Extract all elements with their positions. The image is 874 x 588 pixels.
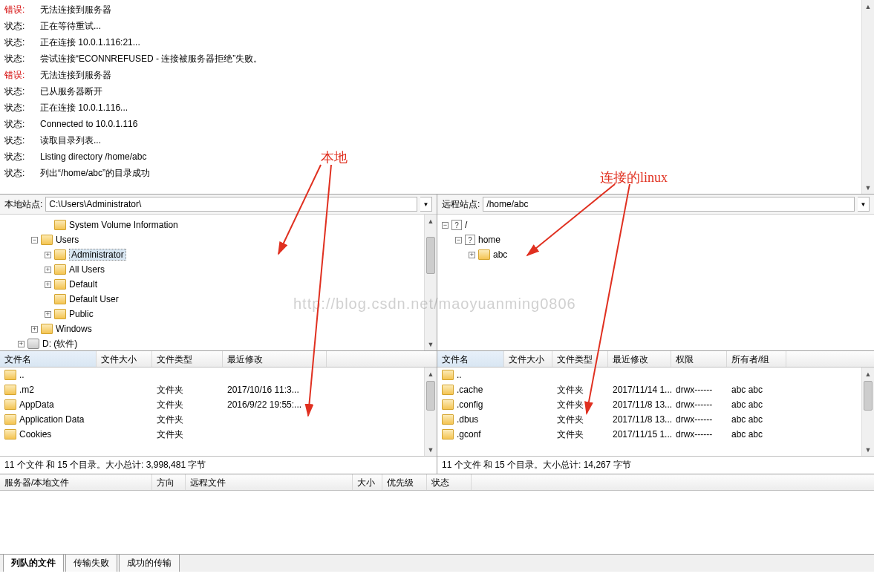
tree-label[interactable]: Users [56, 235, 79, 245]
tree-label[interactable]: Default [69, 279, 97, 290]
file-row[interactable]: Cookies文件夹 [0, 427, 437, 442]
column-header[interactable]: 最近修改 [223, 351, 327, 367]
file-name-cell[interactable]: Application Data [0, 413, 97, 426]
bottom-tab[interactable]: 成功的传输 [119, 554, 180, 572]
tree-node[interactable]: −?home [442, 232, 870, 247]
tree-node[interactable]: −?/ [442, 218, 870, 232]
file-name-cell[interactable]: .. [0, 368, 97, 382]
file-row[interactable]: .config文件夹2017/11/8 13...drwx------abc a… [437, 397, 874, 412]
remote-file-body[interactable]: ...cache文件夹2017/11/14 1...drwx------abc … [437, 368, 874, 456]
column-header[interactable]: 文件大小 [97, 351, 152, 367]
tree-expander-icon[interactable]: + [469, 252, 475, 258]
scroll-down-icon[interactable]: ▼ [862, 181, 874, 194]
column-header[interactable]: 文件大小 [504, 351, 552, 367]
tree-label[interactable]: / [465, 220, 467, 230]
queue-column-header[interactable]: 服务器/本地文件 [0, 474, 152, 490]
queue-header[interactable]: 服务器/本地文件方向远程文件大小优先级状态 [0, 474, 874, 491]
local-tree[interactable]: System Volume Information−Users+Administ… [0, 215, 437, 351]
scroll-down-icon[interactable]: ▼ [425, 338, 437, 350]
tree-node[interactable]: +Windows [4, 321, 432, 336]
local-path-dropdown[interactable]: ▼ [420, 197, 432, 212]
file-name-cell[interactable]: .cache [437, 383, 504, 396]
bottom-tab[interactable]: 传输失败 [65, 554, 117, 572]
queue-column-header[interactable]: 优先级 [382, 474, 427, 490]
scroll-down-icon[interactable]: ▼ [425, 443, 437, 456]
file-row[interactable]: .m2文件夹2017/10/16 11:3... [0, 382, 437, 397]
file-name-cell[interactable]: .. [437, 368, 504, 382]
log-scrollbar[interactable]: ▲ ▼ [861, 0, 874, 194]
scroll-thumb[interactable] [426, 237, 435, 274]
column-header[interactable]: 文件名 [0, 351, 97, 367]
tree-node[interactable]: +abc [442, 247, 870, 262]
remote-file-header[interactable]: 文件名文件大小文件类型最近修改权限所有者/组 [437, 351, 874, 368]
local-file-body[interactable]: ...m2文件夹2017/10/16 11:3...AppData文件夹2016… [0, 368, 437, 456]
scroll-up-icon[interactable]: ▲ [425, 368, 437, 380]
scroll-up-icon[interactable]: ▲ [862, 368, 874, 380]
tree-expander-icon[interactable]: + [45, 311, 51, 318]
tree-label[interactable]: home [478, 235, 500, 245]
tree-node[interactable]: +Default [4, 277, 432, 292]
tree-node[interactable]: +D: (软件) [4, 336, 432, 351]
bottom-tab[interactable]: 列队的文件 [3, 554, 64, 572]
tree-expander-icon[interactable]: + [45, 281, 51, 288]
column-header[interactable]: 所有者/组 [727, 351, 786, 367]
queue-column-header[interactable]: 方向 [152, 474, 186, 490]
tree-label[interactable]: All Users [69, 264, 105, 275]
file-name-cell[interactable]: Cookies [0, 428, 97, 441]
scroll-up-icon[interactable]: ▲ [862, 0, 874, 13]
scroll-up-icon[interactable]: ▲ [425, 215, 437, 227]
tree-node[interactable]: Default User [4, 292, 432, 307]
column-header[interactable]: 文件类型 [152, 351, 223, 367]
remote-path-input[interactable] [483, 197, 855, 212]
tree-expander-icon[interactable]: − [455, 237, 462, 244]
file-row[interactable]: .dbus文件夹2017/11/8 13...drwx------abc abc [437, 412, 874, 427]
local-file-header[interactable]: 文件名文件大小文件类型最近修改 [0, 351, 437, 368]
queue-column-header[interactable]: 远程文件 [186, 474, 353, 490]
column-header[interactable]: 文件类型 [552, 351, 608, 367]
file-row[interactable]: .cache文件夹2017/11/14 1...drwx------abc ab… [437, 382, 874, 397]
file-name-cell[interactable]: .m2 [0, 383, 97, 396]
tree-node[interactable]: +All Users [4, 262, 432, 277]
tree-node[interactable]: +Administrator [4, 247, 432, 262]
tree-node[interactable]: System Volume Information [4, 218, 432, 232]
tree-expander-icon[interactable]: + [31, 326, 38, 333]
tree-label[interactable]: Public [69, 309, 94, 319]
tree-node[interactable]: −Users [4, 232, 432, 247]
column-header[interactable]: 文件名 [437, 351, 504, 367]
queue-body[interactable] [0, 491, 874, 554]
file-name-cell[interactable]: .dbus [437, 413, 504, 426]
queue-column-header[interactable]: 状态 [427, 474, 472, 490]
file-row[interactable]: .gconf文件夹2017/11/15 1...drwx------abc ab… [437, 427, 874, 442]
file-row[interactable]: .. [437, 368, 874, 382]
tree-expander-icon[interactable]: − [442, 222, 449, 229]
file-row[interactable]: AppData文件夹2016/9/22 19:55:... [0, 397, 437, 412]
column-header[interactable]: 权限 [671, 351, 727, 367]
scroll-down-icon[interactable]: ▼ [862, 443, 874, 456]
tree-label[interactable]: System Volume Information [69, 220, 178, 230]
tree-expander-icon[interactable]: + [18, 341, 25, 347]
tree-expander-icon[interactable]: − [31, 237, 38, 244]
tree-label[interactable]: abc [493, 249, 507, 260]
tree-expander-icon[interactable]: + [45, 252, 51, 258]
file-row[interactable]: .. [0, 368, 437, 382]
file-name-cell[interactable]: .config [437, 398, 504, 411]
tree-label[interactable]: Default User [69, 294, 119, 304]
remote-path-dropdown[interactable]: ▼ [858, 197, 870, 212]
local-path-input[interactable] [45, 197, 417, 212]
tree-expander-icon[interactable]: + [45, 267, 51, 273]
file-name-cell[interactable]: AppData [0, 398, 97, 411]
tree-node[interactable]: +Public [4, 307, 432, 321]
tree-label[interactable]: D: (软件) [42, 338, 77, 350]
local-list-scrollbar[interactable]: ▲ ▼ [424, 368, 437, 456]
remote-list-scrollbar[interactable]: ▲ ▼ [861, 368, 874, 456]
tree-label[interactable]: Administrator [69, 249, 126, 261]
remote-tree[interactable]: −?/−?home+abc [437, 215, 874, 351]
file-name-cell[interactable]: .gconf [437, 428, 504, 441]
queue-column-header[interactable]: 大小 [353, 474, 382, 490]
scroll-thumb[interactable] [864, 381, 873, 411]
scroll-thumb[interactable] [426, 381, 435, 411]
file-row[interactable]: Application Data文件夹 [0, 412, 437, 427]
column-header[interactable]: 最近修改 [608, 351, 671, 367]
local-tree-scrollbar[interactable]: ▲ ▼ [424, 215, 437, 350]
tree-label[interactable]: Windows [56, 324, 92, 334]
